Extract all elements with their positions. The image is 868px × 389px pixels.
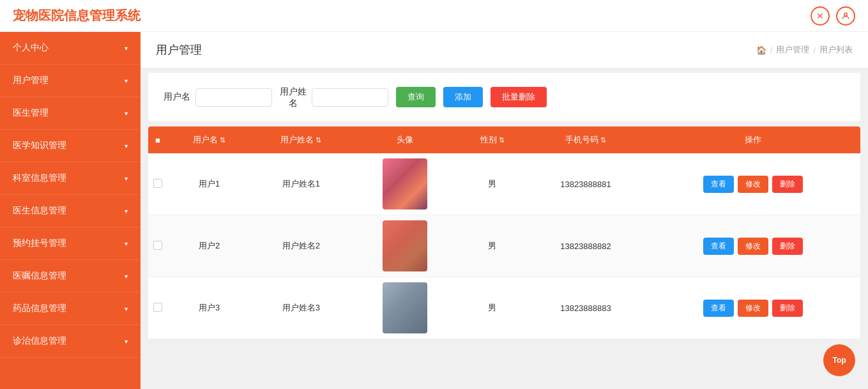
view-button[interactable]: 查看 — [703, 238, 734, 255]
cell-username: 用户1 — [167, 153, 251, 215]
cell-gender: 男 — [459, 215, 526, 277]
chevron-down-icon: ▾ — [125, 305, 128, 312]
cell-realname: 用户姓名2 — [251, 215, 351, 277]
back-to-top-button[interactable]: Top — [823, 344, 855, 376]
col-action: 操作 — [645, 126, 860, 153]
table-row: 用户1 用户姓名1 男 13823888881 查看 修改 删除 — [148, 153, 860, 215]
main-layout: 个人中心 ▾ 用户管理 ▾ 医生管理 ▾ 医学知识管理 ▾ 科室信息管理 ▾ 医… — [0, 32, 868, 389]
header-icons: ✕ — [811, 6, 855, 26]
username-input[interactable] — [195, 88, 272, 107]
cell-phone: 13823888883 — [526, 277, 646, 339]
realname-input[interactable] — [312, 88, 388, 107]
sidebar-item-medical-knowledge[interactable]: 医学知识管理 ▾ — [0, 130, 141, 162]
sidebar-item-appointment[interactable]: 预约挂号管理 ▾ — [0, 227, 141, 260]
sidebar-item-personal-center[interactable]: 个人中心 ▾ — [0, 32, 141, 65]
view-button[interactable]: 查看 — [703, 176, 734, 193]
svg-point-0 — [844, 13, 848, 16]
chevron-down-icon: ▾ — [125, 273, 128, 280]
sidebar-item-prescription[interactable]: 医嘱信息管理 ▾ — [0, 260, 141, 293]
close-icon[interactable]: ✕ — [811, 6, 830, 26]
row-checkbox[interactable] — [148, 215, 167, 277]
edit-button[interactable]: 修改 — [738, 176, 768, 193]
sidebar-item-medicine[interactable]: 药品信息管理 ▾ — [0, 293, 141, 325]
batch-delete-button[interactable]: 批量删除 — [491, 87, 547, 107]
add-button[interactable]: 添加 — [443, 87, 483, 107]
content-area: 用户管理 🏠 / 用户管理 / 用户列表 用户名 用户姓 名 — [141, 32, 868, 389]
page-header: 用户管理 🏠 / 用户管理 / 用户列表 — [141, 32, 868, 68]
breadcrumb-home: 🏠 — [756, 45, 766, 55]
cell-phone: 13823888881 — [526, 153, 646, 215]
cell-action: 查看 修改 删除 — [645, 277, 860, 339]
col-gender[interactable]: 性别 — [459, 126, 526, 153]
sidebar: 个人中心 ▾ 用户管理 ▾ 医生管理 ▾ 医学知识管理 ▾ 科室信息管理 ▾ 医… — [0, 32, 141, 389]
page-title: 用户管理 — [156, 42, 202, 57]
chevron-down-icon: ▾ — [125, 175, 128, 182]
delete-button[interactable]: 删除 — [772, 300, 803, 317]
app-header: 宠物医院信息管理系统 ✕ — [0, 0, 868, 32]
sidebar-item-doctor-info[interactable]: 医生信息管理 ▾ — [0, 195, 141, 227]
realname-filter-group: 用户姓 名 — [280, 86, 388, 109]
col-checkbox[interactable]: ■ — [148, 126, 167, 153]
chevron-down-icon: ▾ — [125, 77, 128, 84]
breadcrumb-item1: 用户管理 — [776, 44, 809, 56]
query-button[interactable]: 查询 — [396, 87, 436, 107]
filter-panel: 用户名 用户姓 名 查询 添加 批量删除 — [148, 73, 860, 121]
cell-action: 查看 修改 删除 — [645, 153, 860, 215]
row-checkbox[interactable] — [148, 277, 167, 339]
edit-button[interactable]: 修改 — [738, 300, 768, 317]
cell-username: 用户2 — [167, 215, 251, 277]
username-filter-group: 用户名 — [164, 88, 272, 107]
breadcrumb: 🏠 / 用户管理 / 用户列表 — [756, 44, 853, 56]
col-avatar: 头像 — [351, 126, 459, 153]
table-row: 用户2 用户姓名2 男 13823888882 查看 修改 删除 — [148, 215, 860, 277]
realname-label: 用户姓 名 — [280, 86, 307, 109]
chevron-down-icon: ▾ — [125, 110, 128, 117]
filter-row: 用户名 用户姓 名 查询 添加 批量删除 — [164, 86, 845, 109]
user-table-container: ■ 用户名 用户姓名 头像 性别 手机号码 操作 用户1 用户姓名1 — [148, 126, 860, 339]
col-realname[interactable]: 用户姓名 — [251, 126, 351, 153]
username-label: 用户名 — [164, 91, 190, 103]
chevron-down-icon: ▾ — [125, 142, 128, 149]
user-icon[interactable] — [836, 6, 855, 26]
row-checkbox[interactable] — [148, 153, 167, 215]
cell-username: 用户3 — [167, 277, 251, 339]
sidebar-item-user-management[interactable]: 用户管理 ▾ — [0, 65, 141, 97]
table-header-row: ■ 用户名 用户姓名 头像 性别 手机号码 操作 — [148, 126, 860, 153]
cell-avatar — [351, 153, 459, 215]
cell-gender: 男 — [459, 277, 526, 339]
table-row: 用户3 用户姓名3 男 13823888883 查看 修改 删除 — [148, 277, 860, 339]
cell-gender: 男 — [459, 153, 526, 215]
cell-action: 查看 修改 删除 — [645, 215, 860, 277]
col-username[interactable]: 用户名 — [167, 126, 251, 153]
delete-button[interactable]: 删除 — [772, 238, 803, 255]
chevron-down-icon: ▾ — [125, 240, 128, 247]
chevron-down-icon: ▾ — [125, 45, 128, 52]
chevron-down-icon: ▾ — [125, 338, 128, 345]
sidebar-item-department-info[interactable]: 科室信息管理 ▾ — [0, 162, 141, 195]
delete-button[interactable]: 删除 — [772, 176, 803, 193]
cell-avatar — [351, 277, 459, 339]
sidebar-item-medical-record[interactable]: 诊治信息管理 ▾ — [0, 325, 141, 358]
breadcrumb-item2: 用户列表 — [819, 44, 853, 56]
cell-phone: 13823888882 — [526, 215, 646, 277]
cell-realname: 用户姓名1 — [251, 153, 351, 215]
cell-avatar — [351, 215, 459, 277]
edit-button[interactable]: 修改 — [738, 238, 768, 255]
app-title: 宠物医院信息管理系统 — [13, 7, 141, 24]
cell-realname: 用户姓名3 — [251, 277, 351, 339]
chevron-down-icon: ▾ — [125, 208, 128, 215]
view-button[interactable]: 查看 — [703, 300, 734, 317]
col-phone[interactable]: 手机号码 — [526, 126, 646, 153]
user-table: ■ 用户名 用户姓名 头像 性别 手机号码 操作 用户1 用户姓名1 — [148, 126, 860, 339]
sidebar-item-doctor-management[interactable]: 医生管理 ▾ — [0, 97, 141, 130]
